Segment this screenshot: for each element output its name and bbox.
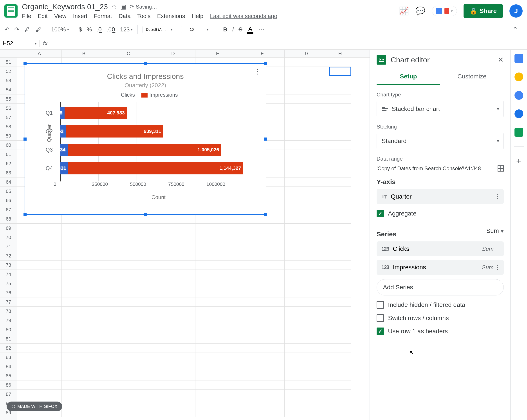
resize-handle[interactable] bbox=[23, 137, 27, 141]
row-header[interactable]: 71 bbox=[0, 242, 17, 251]
name-box[interactable]: H52 ▾ bbox=[0, 40, 40, 47]
sheet-grid[interactable]: A B C D E F G H 515253545556575859606162… bbox=[0, 50, 370, 420]
resize-handle[interactable] bbox=[144, 62, 147, 65]
meet-button[interactable]: ▾ bbox=[432, 6, 457, 16]
trend-icon[interactable]: 📈 bbox=[399, 6, 409, 16]
strike-icon[interactable]: S bbox=[239, 26, 242, 33]
row-header[interactable]: 55 bbox=[0, 94, 17, 104]
star-icon[interactable]: ☆ bbox=[111, 3, 117, 10]
row-header[interactable]: 61 bbox=[0, 150, 17, 159]
menu-tools[interactable]: Tools bbox=[137, 13, 151, 20]
more-icon[interactable]: ⋮ bbox=[494, 264, 500, 271]
last-edit[interactable]: Last edit was seconds ago bbox=[210, 13, 277, 20]
tab-customize[interactable]: Customize bbox=[440, 69, 504, 85]
range-picker-icon[interactable] bbox=[498, 166, 504, 172]
aggregate-checkbox[interactable]: ✓ Aggregate bbox=[377, 210, 504, 217]
maps-icon[interactable] bbox=[515, 128, 523, 137]
zoom-select[interactable]: 100%▾ bbox=[51, 26, 69, 33]
more-icon[interactable]: ⋮ bbox=[494, 193, 500, 200]
resize-handle[interactable] bbox=[23, 62, 27, 65]
y-axis-field[interactable]: Tᴛ Quarter ⋮ bbox=[377, 189, 504, 204]
format-123[interactable]: 123▾ bbox=[120, 26, 133, 33]
row-header[interactable]: 68 bbox=[0, 214, 17, 224]
row-header[interactable]: 56 bbox=[0, 104, 17, 113]
row-header[interactable]: 59 bbox=[0, 131, 17, 141]
more-icon[interactable]: ⋮ bbox=[494, 246, 500, 252]
text-color-icon[interactable]: A bbox=[247, 25, 253, 33]
decimal-dec-icon[interactable]: .0̲ bbox=[97, 26, 102, 33]
row-header[interactable]: 54 bbox=[0, 85, 17, 94]
select-all-corner[interactable] bbox=[0, 50, 17, 57]
resize-handle[interactable] bbox=[264, 213, 267, 216]
italic-icon[interactable]: I bbox=[232, 26, 234, 33]
menu-help[interactable]: Help bbox=[192, 13, 203, 20]
row-header[interactable]: 87 bbox=[0, 390, 17, 399]
series-item-clicks[interactable]: 123 Clicks Sum ⋮ bbox=[377, 241, 504, 256]
row-header[interactable]: 70 bbox=[0, 233, 17, 242]
menu-extensions[interactable]: Extensions bbox=[157, 13, 185, 20]
series-item-impressions[interactable]: 123 Impressions Sum ⋮ bbox=[377, 260, 504, 275]
resize-handle[interactable] bbox=[264, 137, 267, 141]
row-header[interactable]: 79 bbox=[0, 316, 17, 325]
font-size-select[interactable]: 10▾ bbox=[187, 26, 213, 33]
add-series-button[interactable]: Add Series bbox=[377, 279, 504, 296]
row-header[interactable]: 81 bbox=[0, 334, 17, 343]
row-header[interactable]: 57 bbox=[0, 113, 17, 122]
decimal-inc-icon[interactable]: .00̲ bbox=[107, 26, 115, 33]
currency-icon[interactable]: $ bbox=[79, 26, 82, 33]
row-header[interactable]: 67 bbox=[0, 205, 17, 214]
chart-type-select[interactable]: Stacked bar chart ▾ bbox=[377, 101, 504, 117]
chart-menu-icon[interactable]: ⋮ bbox=[254, 68, 261, 75]
row-header[interactable]: 83 bbox=[0, 353, 17, 362]
row-header[interactable]: 78 bbox=[0, 307, 17, 316]
menu-edit[interactable]: Edit bbox=[38, 13, 48, 20]
redo-icon[interactable]: ↷ bbox=[14, 26, 19, 33]
avatar[interactable]: J bbox=[509, 4, 523, 18]
series-agg-select[interactable]: Sum▾ bbox=[486, 227, 504, 235]
menu-data[interactable]: Data bbox=[119, 13, 131, 20]
col-header[interactable]: F bbox=[240, 50, 285, 57]
use-row1-checkbox[interactable]: ✓ Use row 1 as headers bbox=[377, 328, 504, 335]
chart-object[interactable]: ⋮ Clicks and Impressions Quarterly (2022… bbox=[25, 63, 266, 215]
row-header[interactable]: 69 bbox=[0, 224, 17, 233]
row-header[interactable]: 58 bbox=[0, 122, 17, 131]
add-icon[interactable]: + bbox=[516, 156, 521, 166]
calendar-icon[interactable] bbox=[515, 54, 523, 63]
row-header[interactable]: 62 bbox=[0, 159, 17, 168]
keep-icon[interactable] bbox=[515, 73, 523, 81]
row-header[interactable]: 86 bbox=[0, 380, 17, 390]
col-header[interactable]: A bbox=[17, 50, 62, 57]
sheets-logo[interactable] bbox=[4, 4, 18, 18]
menu-insert[interactable]: Insert bbox=[73, 13, 88, 20]
collapse-toolbar-icon[interactable]: ⌃ bbox=[512, 25, 518, 34]
move-icon[interactable]: ▣ bbox=[120, 3, 126, 10]
document-title[interactable]: Organic_Keywords 01_23 bbox=[22, 2, 108, 11]
row-header[interactable]: 66 bbox=[0, 196, 17, 205]
more-icon[interactable]: ⋯ bbox=[258, 26, 264, 33]
tasks-icon[interactable] bbox=[515, 91, 523, 100]
print-icon[interactable]: 🖨 bbox=[24, 26, 30, 33]
col-header[interactable]: D bbox=[151, 50, 196, 57]
row-header[interactable]: 85 bbox=[0, 371, 17, 380]
menu-format[interactable]: Format bbox=[94, 13, 112, 20]
row-header[interactable]: 60 bbox=[0, 141, 17, 150]
include-hidden-checkbox[interactable]: Include hidden / filtered data bbox=[377, 301, 504, 309]
menu-view[interactable]: View bbox=[54, 13, 66, 20]
resize-handle[interactable] bbox=[144, 213, 147, 216]
row-header[interactable]: 80 bbox=[0, 325, 17, 334]
row-header[interactable]: 52 bbox=[0, 67, 17, 76]
paint-format-icon[interactable]: 🖌 bbox=[35, 26, 41, 33]
share-button[interactable]: 🔒 Share bbox=[463, 4, 503, 18]
comments-icon[interactable]: 💬 bbox=[416, 6, 425, 16]
font-select[interactable]: Default (Ari...▾ bbox=[143, 26, 182, 33]
col-header[interactable]: C bbox=[106, 50, 151, 57]
row-header[interactable]: 75 bbox=[0, 279, 17, 288]
row-header[interactable]: 72 bbox=[0, 251, 17, 261]
close-icon[interactable]: ✕ bbox=[498, 55, 504, 64]
row-header[interactable]: 53 bbox=[0, 76, 17, 85]
contacts-icon[interactable] bbox=[515, 109, 523, 118]
row-header[interactable]: 82 bbox=[0, 343, 17, 353]
col-header[interactable]: B bbox=[62, 50, 106, 57]
col-header[interactable]: G bbox=[285, 50, 329, 57]
row-header[interactable]: 77 bbox=[0, 298, 17, 307]
